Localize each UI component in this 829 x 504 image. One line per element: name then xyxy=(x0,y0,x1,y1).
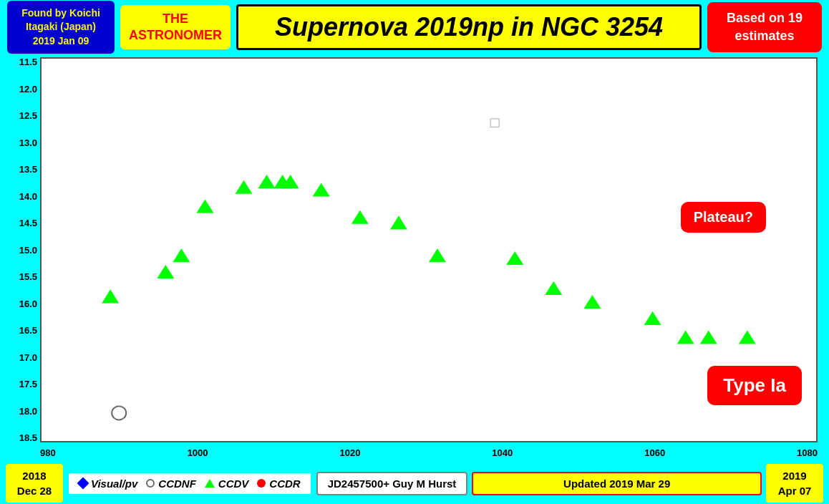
y-label-18.0: 18.0 xyxy=(6,407,37,416)
data-point-6 xyxy=(258,175,276,188)
data-point-19 xyxy=(739,331,756,344)
legend-ccdv: CCDV xyxy=(205,478,249,490)
data-point-13 xyxy=(506,251,523,265)
x-label-1020: 1020 xyxy=(340,447,361,458)
data-point-15 xyxy=(583,295,601,309)
astronomer-line2: ASTRONOMER xyxy=(129,28,222,42)
ccdr-icon xyxy=(257,479,266,488)
header: Found by Koichi Itagaki (Japan) 2019 Jan… xyxy=(0,0,829,54)
data-point-3 xyxy=(173,248,190,262)
date-left-line2: Dec 28 xyxy=(17,485,52,497)
main-title: Supernova 2019np in NGC 3254 xyxy=(275,12,663,42)
credit-box: JD2457500+ Guy M Hurst xyxy=(316,472,468,495)
data-point-17 xyxy=(677,331,694,344)
x-label-1060: 1060 xyxy=(644,447,665,458)
y-label-17.5: 17.5 xyxy=(6,379,37,389)
estimates-line1: Based on 19 xyxy=(727,11,803,25)
x-label-1000: 1000 xyxy=(188,447,208,458)
x-label-1080: 1080 xyxy=(797,447,818,458)
data-point-4 xyxy=(196,199,213,213)
estimates-line2: estimates xyxy=(735,29,794,43)
y-label-16.0: 16.0 xyxy=(6,299,37,309)
legend-ccdr: CCDR xyxy=(257,478,300,490)
y-label-12.5: 12.5 xyxy=(6,111,37,120)
date-left-line1: 2018 xyxy=(22,470,46,482)
astronomer-box: THE ASTRONOMER xyxy=(120,5,231,50)
data-point-18 xyxy=(700,331,717,344)
estimates-box: Based on 19 estimates xyxy=(707,2,822,52)
chart-svg xyxy=(42,59,816,441)
date-right-line2: Apr 07 xyxy=(778,485,812,497)
astronomer-line1: THE xyxy=(163,11,188,26)
legend-ccdv-label: CCDV xyxy=(218,478,249,490)
y-label-17.0: 17.0 xyxy=(6,353,37,362)
date-right: 2019 Apr 07 xyxy=(766,464,823,503)
date-left: 2018 Dec 28 xyxy=(6,464,63,503)
legend-box: Visual/pv CCDNF CCDV CCDR xyxy=(67,472,312,495)
title-box: Supernova 2019np in NGC 3254 xyxy=(236,4,702,50)
data-point-12 xyxy=(429,248,446,262)
data-point-9 xyxy=(313,183,330,197)
type-ia-label: Type Ia xyxy=(723,374,786,396)
data-point-1 xyxy=(102,289,119,303)
legend-ccdnf: CCDNF xyxy=(146,478,196,490)
data-point-10 xyxy=(352,210,369,224)
data-point-11 xyxy=(390,215,407,229)
found-line3: 2019 Jan 09 xyxy=(33,35,89,47)
chart-container: Plateau? Type Ia 11.512.012.513.013.514.… xyxy=(6,54,823,462)
legend-visual: Visual/pv xyxy=(79,478,137,490)
y-label-11.5: 11.5 xyxy=(6,57,37,67)
data-point-2 xyxy=(157,265,174,278)
x-label-980: 980 xyxy=(40,447,56,458)
data-point-14 xyxy=(545,281,562,295)
found-line1: Found by Koichi xyxy=(21,7,100,19)
ccdnf-icon xyxy=(146,479,155,488)
updated-text: Updated 2019 Mar 29 xyxy=(563,478,670,490)
ccdv-icon xyxy=(205,479,215,488)
plateau-label: Plateau? xyxy=(694,209,753,225)
chart-area: Plateau? Type Ia xyxy=(40,57,818,442)
y-label-13.5: 13.5 xyxy=(6,165,37,174)
data-point-16 xyxy=(644,311,661,325)
footer: 2018 Dec 28 Visual/pv CCDNF CCDV CCDR JD… xyxy=(0,462,829,504)
y-axis-labels: 11.512.012.513.013.514.014.515.015.516.0… xyxy=(6,57,40,442)
found-line2: Itagaki (Japan) xyxy=(26,21,96,32)
y-label-18.5: 18.5 xyxy=(6,433,37,442)
date-right-line1: 2019 xyxy=(782,470,806,482)
y-label-15.0: 15.0 xyxy=(6,246,37,255)
y-label-12.0: 12.0 xyxy=(6,84,37,94)
updated-box: Updated 2019 Mar 29 xyxy=(472,472,762,495)
axis-marker-top xyxy=(490,119,499,127)
y-label-13.0: 13.0 xyxy=(6,138,37,147)
type-ia-annotation: Type Ia xyxy=(707,366,802,405)
x-axis-labels: 98010001020104010601080 xyxy=(40,442,818,462)
data-point-5 xyxy=(236,180,253,194)
y-label-14.5: 14.5 xyxy=(6,218,37,228)
legend-ccdnf-label: CCDNF xyxy=(158,478,196,490)
data-point-ccdnf xyxy=(112,406,126,420)
legend-visual-label: Visual/pv xyxy=(91,478,137,490)
legend-ccdr-label: CCDR xyxy=(269,478,300,490)
plateau-annotation: Plateau? xyxy=(681,202,766,233)
visual-icon xyxy=(77,478,89,490)
y-label-16.5: 16.5 xyxy=(6,326,37,335)
y-label-14.0: 14.0 xyxy=(6,192,37,201)
credit-text: JD2457500+ Guy M Hurst xyxy=(328,478,457,490)
x-label-1040: 1040 xyxy=(492,447,513,458)
y-label-15.5: 15.5 xyxy=(6,272,37,281)
found-box: Found by Koichi Itagaki (Japan) 2019 Jan… xyxy=(7,1,115,54)
